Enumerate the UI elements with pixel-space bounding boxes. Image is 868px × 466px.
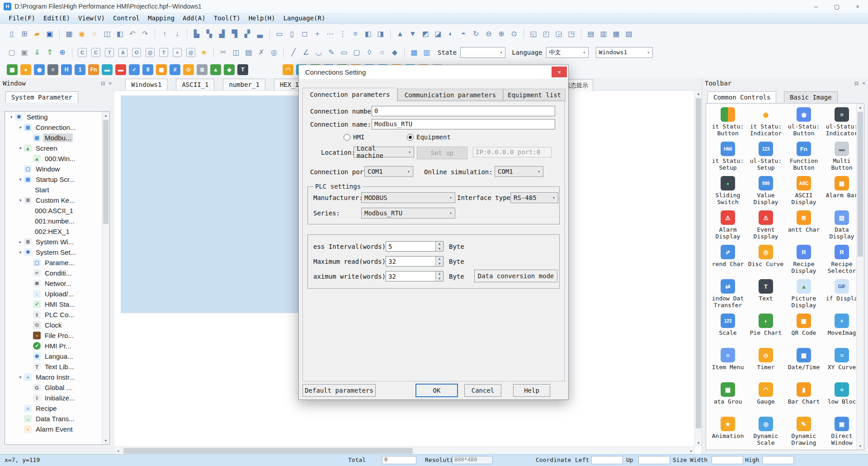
alarm-strip-icon[interactable]: ▬ <box>115 64 126 75</box>
new-project-icon[interactable]: ⊞ <box>19 29 30 39</box>
close-button[interactable]: × <box>847 0 868 13</box>
animation-tool[interactable]: ★Animation <box>709 417 747 450</box>
expander-icon[interactable]: ▾ <box>17 198 24 203</box>
hmi-button-icon[interactable]: H <box>61 64 72 75</box>
item-list-icon[interactable]: ≡ <box>47 64 58 75</box>
scroll-left-icon[interactable]: ◂ <box>114 447 122 455</box>
connection-port-select[interactable]: COM1 ▾ <box>364 166 413 177</box>
sliding-switch-tool[interactable]: ●Sliding Switch <box>709 176 747 209</box>
screen-b-icon[interactable]: ▣ <box>19 47 30 58</box>
tree-item-initialize[interactable]: IInitialize... <box>5 393 109 403</box>
canvas-vscrollbar[interactable]: ▲ ▼ <box>694 90 702 447</box>
tree-item-000-ascii-1[interactable]: 000:ASCII_1 <box>5 205 109 216</box>
scroll-right-icon[interactable]: ▸ <box>688 447 695 455</box>
unlock-icon[interactable]: ○ <box>89 29 100 39</box>
float-panel-icon[interactable]: ⊡ <box>101 81 105 86</box>
flip-v-icon[interactable]: ◓ <box>458 29 469 39</box>
tree-item-conditi[interactable]: IFConditi... <box>5 268 109 278</box>
scale-123-icon[interactable]: # <box>170 64 180 75</box>
menu-edit[interactable]: Edit(E) <box>39 14 74 23</box>
data-conversion-mode-button[interactable]: Data conversion mode <box>474 270 557 282</box>
expander-icon[interactable]: ▾ <box>17 125 24 130</box>
value-display-tool[interactable]: 999Value Display <box>747 176 785 209</box>
clock-ctl-icon[interactable]: ⊙ <box>183 64 194 75</box>
location-select[interactable]: Local machine ▾ <box>354 147 414 157</box>
timer-tool[interactable]: ⊙Timer <box>747 348 785 381</box>
zoom-fit-icon[interactable]: ⊙ <box>509 29 519 39</box>
scroll-down-icon[interactable]: ▼ <box>102 437 109 444</box>
chart-tree-icon[interactable]: ◆ <box>224 64 235 75</box>
align-middle-icon[interactable]: ▞ <box>242 29 253 39</box>
tree-item-clock[interactable]: ⊙Clock <box>5 320 109 330</box>
item-menu-tool[interactable]: ≡Item Menu <box>709 348 747 381</box>
tree-item-custom-ke[interactable]: ▾≣Custom Ke... <box>5 195 109 205</box>
coordinate-up-value[interactable] <box>638 456 670 464</box>
gauge-tool[interactable]: ◠Gauge <box>747 382 785 416</box>
series-select[interactable]: Modbus_RTU ▾ <box>361 208 455 219</box>
layer-up-icon[interactable]: ▲ <box>395 29 406 39</box>
help-button[interactable]: Help <box>513 384 550 397</box>
expander-icon[interactable]: ▾ <box>17 177 24 182</box>
tree-item-hmi-pr[interactable]: ✓HMI Pr... <box>5 341 109 351</box>
new-file-icon[interactable]: ▯ <box>6 29 17 39</box>
align-left-icon[interactable]: ▙ <box>191 29 202 39</box>
paste-item-icon[interactable]: ▤ <box>243 47 254 58</box>
set-up-button[interactable]: Set up <box>417 147 467 159</box>
tree-item-parame[interactable]: ▢Parame... <box>5 257 109 268</box>
tree-item-langua[interactable]: ⊕Langua... <box>5 351 109 361</box>
connection-name-input[interactable]: Modbus_RTU <box>372 119 555 129</box>
tab-basic-image[interactable]: Basic Image <box>784 91 838 103</box>
scale-tool[interactable]: 123Scale <box>709 314 747 347</box>
expander-icon[interactable]: ▾ <box>8 114 15 119</box>
gantt-chart-tool[interactable]: ≣antt Char <box>785 210 823 244</box>
menu-help[interactable]: Help(H) <box>245 14 279 23</box>
win-tile-icon[interactable]: ◰ <box>541 29 552 39</box>
size-width-value[interactable] <box>712 456 743 464</box>
manufacturer-select[interactable]: MODBUS ▾ <box>361 192 455 203</box>
alarm-grid-icon[interactable]: ▦ <box>156 64 167 75</box>
tab-windows1[interactable]: Windows1 <box>125 79 167 90</box>
form-view-icon[interactable]: ▦ <box>611 29 622 39</box>
float-panel-icon[interactable]: ⊡ <box>854 81 859 86</box>
layer-front-icon[interactable]: ◩ <box>420 29 431 39</box>
rounded-rect-icon[interactable]: ▢ <box>351 47 362 58</box>
dynamic-drawing-tool[interactable]: ✎Dynamic Drawing <box>785 417 823 450</box>
window-data-transfer-tool[interactable]: ⇄indow Dat Transfer <box>709 279 747 313</box>
layer-down-icon[interactable]: ▼ <box>407 29 418 39</box>
online-sim-icon[interactable]: ◉ <box>34 64 45 75</box>
recipe-display-tool[interactable]: RRecipe Display <box>785 245 823 278</box>
tab-equipment-list[interactable]: Equipment list <box>503 89 566 101</box>
distribute-h-icon[interactable]: ⋯ <box>325 29 335 39</box>
zoom-out-icon[interactable]: ⊖ <box>483 29 494 39</box>
menu-mapping[interactable]: Mapping <box>144 14 179 23</box>
arc-icon[interactable]: ◡ <box>313 47 324 58</box>
spinner-buttons[interactable]: ▲▼ <box>435 242 443 251</box>
tree-item-startup-scr[interactable]: ▾▣Startup Scr... <box>5 174 109 185</box>
screen-select[interactable]: Windows1 ▾ <box>596 47 653 58</box>
move-up-icon[interactable]: ↑ <box>159 29 170 39</box>
language-select[interactable]: 中文 ▾ <box>546 47 589 58</box>
tree-item-modbu[interactable]: ▣Modbu... <box>5 133 109 143</box>
at-tool-icon[interactable]: @ <box>186 48 195 57</box>
report-view-icon[interactable]: ▧ <box>623 29 634 39</box>
tree-item-002-hex-1[interactable]: 002:HEX_1 <box>5 226 109 237</box>
bar-chart-tool[interactable]: ▮Bar Chart <box>785 382 823 416</box>
bit-status-indicator-tool[interactable]: ●it Statu: Indicator <box>747 107 785 141</box>
save-icon[interactable]: ▣ <box>44 29 55 39</box>
direct-window-tool[interactable]: ▣Direct Window <box>823 417 861 450</box>
bit-status-button-tool[interactable]: it Statu: Button <box>709 107 747 141</box>
data-display-tool[interactable]: ▤Data Display <box>823 210 861 244</box>
multi-select-icon[interactable]: ✂ <box>218 47 229 58</box>
max-read-spinner[interactable]: 32 ▲▼ <box>386 256 443 266</box>
interface-type-select[interactable]: RS-485 ▾ <box>510 192 558 203</box>
palette-scrollbar[interactable]: ▲ ▼ <box>856 104 864 450</box>
xy-curve-tool[interactable]: ≈XY Curve <box>823 348 861 381</box>
download-icon[interactable]: ⇓ <box>32 47 42 58</box>
minimize-button[interactable]: – <box>806 0 826 13</box>
expander-icon[interactable]: ▾ <box>17 250 24 255</box>
alarm-display-tool[interactable]: ⚠Alarm Display <box>709 210 747 244</box>
layer-back-icon[interactable]: ◪ <box>433 29 443 39</box>
win-cascade-icon[interactable]: ◱ <box>528 29 539 39</box>
pie-chart-tool[interactable]: ◗Pie Chart <box>747 314 785 347</box>
mul-status-setup-tool[interactable]: 123ul-Statu: Setup <box>747 142 785 175</box>
